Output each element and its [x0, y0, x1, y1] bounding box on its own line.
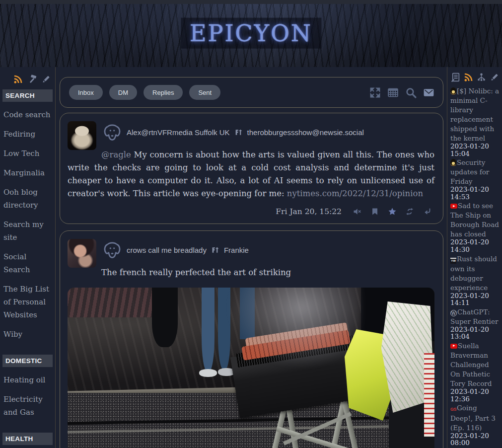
sidebar-link[interactable]: Code search [3, 108, 55, 121]
sidebar-link[interactable]: Ooh blog directory [3, 186, 55, 212]
sidebar-link[interactable]: Electricity and Gas [3, 393, 55, 419]
post-image[interactable] [68, 288, 434, 448]
mute-icon[interactable] [353, 207, 362, 216]
envelope-icon[interactable] [423, 86, 435, 99]
search-icon[interactable] [405, 86, 417, 99]
post-author[interactable]: crows call me breadlady [127, 246, 207, 254]
post-author[interactable]: Alex@rtnVFRmedia Suffolk UK [127, 128, 230, 137]
star-icon[interactable] [388, 207, 397, 216]
timeline-tab[interactable]: Replies [143, 85, 183, 100]
photo-shoe [199, 369, 217, 377]
news-title[interactable]: ChatGPT: Super Rentier [450, 308, 498, 325]
sidebar-link[interactable]: Search my site [3, 218, 55, 244]
news-link[interactable]: Security updates for Friday [450, 158, 489, 185]
news-link[interactable]: Sad to see The Ship on Borough Road has … [450, 202, 499, 238]
sitemap-icon[interactable] [476, 72, 487, 82]
post-body: @ragle My concern is about how the arts … [68, 149, 434, 200]
section-header: HEALTH [2, 433, 53, 445]
links-sidebar: SEARCH Code searchFediringLow TechMargin… [0, 67, 56, 448]
news-title[interactable]: Sad to see The Ship on Borough Road has … [450, 202, 499, 238]
news-source-icon [450, 258, 456, 264]
repeat-icon [211, 246, 219, 254]
news-datetime: 2023-01-20 08:00 [450, 432, 501, 447]
news-item: Suella Braverman Challenged On Pathetic … [450, 341, 501, 402]
news-datetime: 2023-01-20 12:36 [450, 388, 501, 402]
news-link[interactable]: Going Deep!, Part 3 (Ep. 116) [450, 404, 496, 432]
sidebar-link[interactable]: Marginalia [3, 166, 55, 179]
section-links: Heating oilElectricity and Gas [2, 373, 55, 419]
timeline-tab[interactable]: DM [109, 85, 137, 100]
page-content: SEARCH Code searchFediringLow TechMargin… [0, 67, 502, 448]
sidebar-link[interactable]: Low Tech [3, 147, 55, 160]
news-link[interactable]: ChatGPT: Super Rentier [450, 308, 498, 325]
links-sidebar-icons [2, 74, 55, 84]
news-datetime: 2023-01-20 15:04 [450, 143, 501, 157]
post-header: crows call me breadlady Frankie [101, 238, 434, 261]
sidebar-section-search: SEARCH Code searchFediringLow TechMargin… [2, 89, 55, 341]
sidebar-link[interactable]: The Big List of Personal Websites [3, 283, 55, 321]
edit-newswire-icon[interactable] [450, 72, 461, 82]
news-link[interactable]: Suella Braverman Challenged On Pathetic … [450, 342, 492, 387]
timeline-tab[interactable]: Inbox [69, 85, 103, 100]
news-item: Rust should own its debugger experience … [450, 254, 501, 306]
bookmark-icon[interactable] [370, 207, 379, 216]
news-source-icon [450, 344, 457, 349]
news-title[interactable]: Suella Braverman Challenged On Pathetic … [450, 342, 492, 387]
newswire-icons [450, 72, 501, 82]
repeat-icon[interactable] [405, 207, 414, 216]
section-header: DOMESTIC [2, 355, 53, 367]
sidebar-section-domestic: DOMESTIC Heating oilElectricity and Gas [2, 355, 55, 419]
news-source-icon [450, 87, 456, 94]
timeline-tabs: InboxDMRepliesSent [69, 85, 227, 100]
news-title[interactable]: Going Deep!, Part 3 (Ep. 116) [450, 404, 496, 432]
post-recipient[interactable]: Frankie [224, 246, 249, 254]
news-title[interactable]: [$] Nolibc: a minimal C-library replacem… [450, 87, 499, 142]
edit-icon[interactable] [41, 74, 51, 84]
reply-icon[interactable] [423, 207, 431, 216]
news-source-icon [450, 406, 456, 413]
newswire-sidebar: [$] Nolibc: a minimal C-library replacem… [447, 67, 502, 448]
news-datetime: 2023-01-20 13:04 [450, 326, 501, 340]
photo-person [152, 288, 178, 347]
expand-icon[interactable] [369, 86, 381, 99]
sidebar-link[interactable]: Social Search [3, 250, 55, 276]
edit-icon[interactable] [489, 72, 500, 82]
post-recipient[interactable]: therobburgessshow@newsie.social [247, 128, 364, 137]
news-title[interactable]: Rust should own its debugger experience [450, 255, 497, 292]
photo-protest-sign [424, 353, 434, 437]
section-links: Code searchFediringLow TechMarginaliaOoh… [2, 108, 55, 341]
newswire-list: [$] Nolibc: a minimal C-library replacem… [450, 86, 501, 448]
sidebar-link[interactable]: Fediring [3, 128, 55, 141]
profile-banner[interactable]: EPICYON [0, 4, 502, 67]
news-datetime: 2023-01-20 14:11 [450, 292, 501, 306]
news-item: Going Deep!, Part 3 (Ep. 116) 2023-01-20… [450, 403, 501, 447]
rss-icon[interactable] [463, 72, 474, 82]
news-item: ChatGPT: Super Rentier 2023-01-20 13:04 [450, 307, 501, 340]
news-datetime: 2023-01-20 14:30 [450, 238, 501, 253]
timeline-tab[interactable]: Sent [189, 85, 220, 100]
post-text: The french really perfected the art of s… [101, 268, 291, 277]
sidebar-link[interactable]: Heating oil [3, 373, 55, 386]
post-footer: Fri Jan 20, 15:22 [68, 207, 431, 216]
timeline-header-icons [369, 86, 435, 99]
avatar[interactable] [68, 239, 96, 268]
avatar[interactable] [68, 121, 96, 150]
site-title: EPICYON [181, 17, 321, 49]
timeline-header: InboxDMRepliesSent [60, 77, 443, 108]
photo-bricks [68, 288, 155, 317]
rss-icon[interactable] [13, 74, 23, 84]
hammer-icon[interactable] [27, 74, 37, 84]
mention-link[interactable]: @ragle [101, 150, 131, 159]
news-link[interactable]: Rust should own its debugger experience [450, 255, 497, 292]
repeat-icon [234, 128, 243, 137]
photo-legs [202, 288, 215, 371]
post-timestamp[interactable]: Fri Jan 20, 15:22 [276, 207, 342, 216]
sidebar-link[interactable]: Wiby [3, 328, 55, 341]
news-link[interactable]: [$] Nolibc: a minimal C-library replacem… [450, 87, 499, 142]
article-link[interactable]: nytimes.com/2022/12/31/opinion [287, 189, 423, 198]
news-source-icon [450, 204, 457, 209]
calendar-icon[interactable] [387, 86, 399, 99]
timeline-column: InboxDMRepliesSent [56, 67, 447, 448]
person-icon [101, 122, 123, 142]
news-datetime: 2023-01-20 14:53 [450, 186, 501, 200]
